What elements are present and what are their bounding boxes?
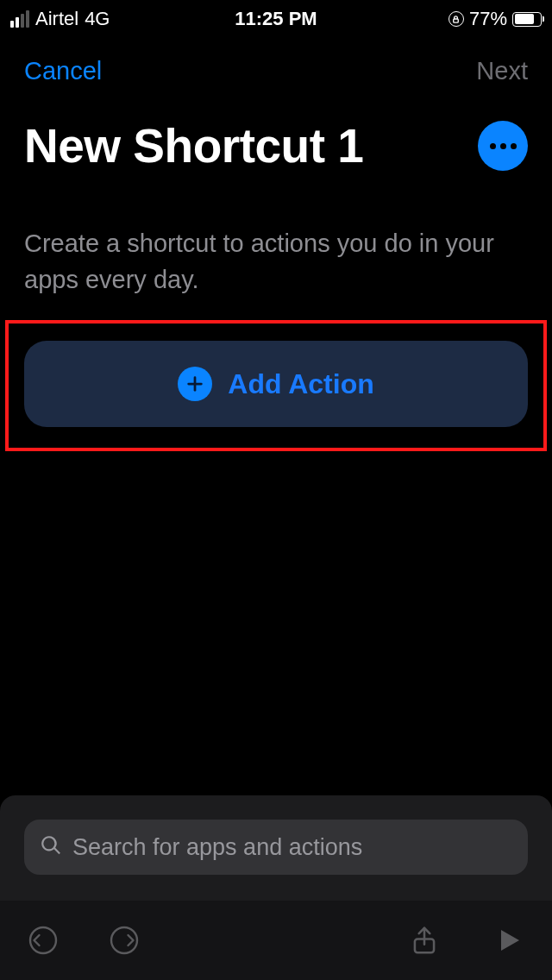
play-button[interactable]: [492, 923, 526, 958]
search-placeholder: Search for apps and actions: [72, 834, 362, 861]
search-input[interactable]: Search for apps and actions: [24, 820, 528, 875]
title-row: New Shortcut 1: [0, 85, 552, 173]
nav-bar: Cancel Next: [0, 38, 552, 85]
ellipsis-icon: [490, 143, 496, 149]
signal-icon: [10, 10, 29, 28]
undo-button[interactable]: [26, 923, 60, 958]
share-button[interactable]: [407, 923, 442, 958]
more-options-button[interactable]: [478, 121, 528, 171]
carrier-label: Airtel: [35, 8, 78, 30]
clock-label: 11:25 PM: [235, 8, 317, 30]
network-type-label: 4G: [85, 8, 110, 30]
battery-percent-label: 77%: [469, 8, 507, 30]
cancel-button[interactable]: Cancel: [24, 57, 102, 85]
page-title: New Shortcut 1: [24, 118, 363, 173]
status-bar: Airtel 4G 11:25 PM 77%: [0, 0, 552, 38]
plus-icon: [178, 367, 212, 401]
search-panel: Search for apps and actions: [0, 795, 552, 901]
bottom-toolbar: [0, 901, 552, 980]
battery-icon: [512, 12, 542, 27]
search-icon: [40, 834, 62, 860]
status-left: Airtel 4G: [10, 8, 110, 30]
add-action-highlight: Add Action: [5, 320, 547, 451]
svg-rect-0: [454, 19, 459, 22]
add-action-label: Add Action: [228, 368, 373, 400]
orientation-lock-icon: [448, 11, 464, 27]
redo-button[interactable]: [107, 923, 141, 958]
page-description: Create a shortcut to actions you do in y…: [0, 173, 552, 298]
status-right: 77%: [448, 8, 542, 30]
next-button[interactable]: Next: [476, 57, 528, 85]
add-action-button[interactable]: Add Action: [24, 341, 528, 427]
